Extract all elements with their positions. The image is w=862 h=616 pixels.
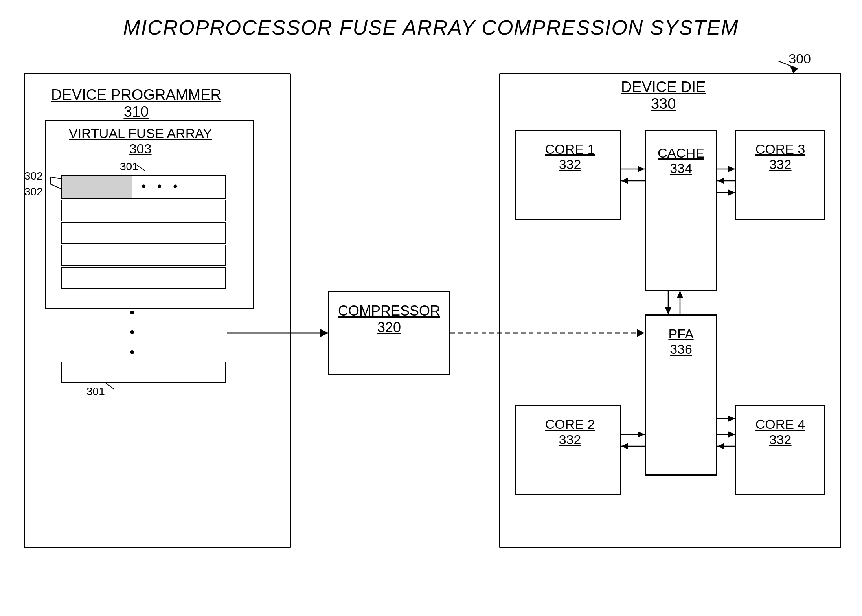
compressor-label: COMPRESSOR 320 bbox=[330, 303, 448, 336]
device-programmer-label: DEVICE PROGRAMMER 310 bbox=[51, 86, 221, 120]
fuse-dots-1: • • • bbox=[142, 179, 181, 193]
vertical-dots: ••• bbox=[130, 303, 135, 362]
diagram-container: MICROPROCESSOR FUSE ARRAY COMPRESSION SY… bbox=[0, 0, 862, 616]
ref-301b: 301 bbox=[86, 385, 105, 398]
fuse-row-2 bbox=[61, 200, 226, 221]
device-die-label: DEVICE DIE 330 bbox=[621, 79, 706, 112]
pfa-label: PFA 336 bbox=[647, 326, 715, 357]
main-title: MICROPROCESSOR FUSE ARRAY COMPRESSION SY… bbox=[123, 16, 739, 39]
ref-301a: 301 bbox=[120, 160, 138, 173]
fuse-row-5 bbox=[61, 267, 226, 289]
fuse-row-4 bbox=[61, 245, 226, 266]
svg-marker-1 bbox=[790, 66, 798, 73]
vfa-label: VIRTUAL FUSE ARRAY 303 bbox=[69, 126, 212, 156]
core2-label: CORE 2 332 bbox=[523, 417, 617, 447]
fuse-row-3 bbox=[61, 222, 226, 244]
ref-302a: 302 bbox=[24, 170, 43, 182]
core1-label: CORE 1 332 bbox=[523, 142, 617, 172]
core4-label: CORE 4 332 bbox=[739, 417, 822, 447]
ref-300: 300 bbox=[788, 51, 811, 66]
fuse-row-bottom bbox=[61, 362, 226, 383]
svg-marker-3 bbox=[320, 329, 328, 337]
cache-label: CACHE 334 bbox=[647, 145, 715, 176]
ref-302b: 302 bbox=[24, 186, 43, 198]
core3-label: CORE 3 332 bbox=[739, 142, 822, 172]
